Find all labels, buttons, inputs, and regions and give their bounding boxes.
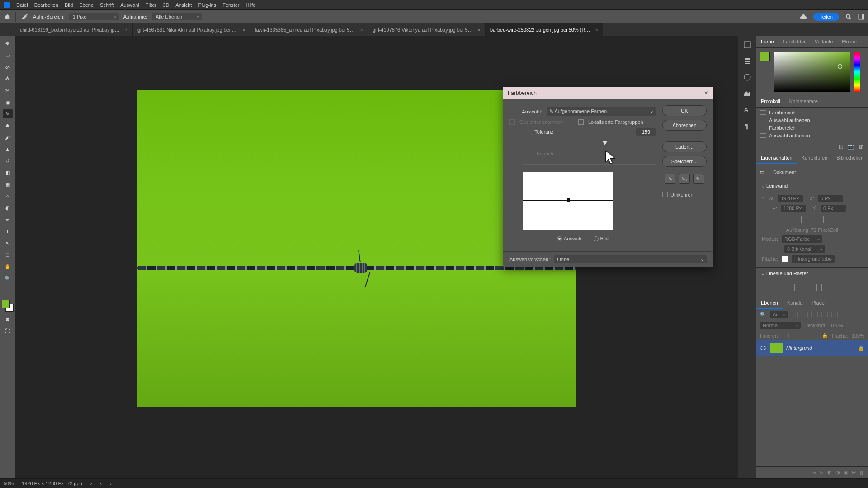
eyedropper-icon[interactable]: ✎: [665, 174, 675, 184]
blur-tool-icon[interactable]: ○: [3, 192, 13, 201]
filter-pixel-icon[interactable]: [792, 312, 798, 317]
tab-history[interactable]: Protokoll: [756, 96, 785, 107]
lock-artboard-icon[interactable]: [812, 333, 818, 338]
blend-mode-dropdown[interactable]: Normal: [760, 322, 801, 329]
radio-image[interactable]: Bild: [594, 236, 609, 241]
close-icon[interactable]: ×: [243, 27, 245, 33]
layer-name[interactable]: Hintergrund: [786, 345, 854, 351]
radio-selection[interactable]: Auswahl: [557, 236, 583, 241]
move-tool-icon[interactable]: ✥: [3, 39, 13, 48]
mask-mode-icon[interactable]: ◙: [3, 314, 13, 324]
filter-smart-icon[interactable]: [831, 312, 838, 317]
link-icon[interactable]: 𝄌: [762, 196, 764, 202]
history-item[interactable]: Farbbereich: [759, 125, 865, 131]
document-tab[interactable]: girl-4197876 Viktoriya auf Pixabay.jpg b…: [368, 23, 486, 36]
menu-item[interactable]: 3D: [163, 2, 169, 8]
document-tab[interactable]: child-613199_bottomlayerz0 auf Pixabay.j…: [15, 23, 133, 36]
fx-icon[interactable]: fx: [820, 470, 824, 475]
sample-layers-dropdown[interactable]: Alle Ebenen: [152, 13, 202, 20]
brush-tool-icon[interactable]: 🖌: [3, 133, 13, 142]
wand-tool-icon[interactable]: ⁂: [3, 74, 13, 83]
layer-thumbnail[interactable]: [770, 343, 783, 353]
close-icon[interactable]: ✕: [704, 90, 708, 96]
localized-checkbox[interactable]: [578, 119, 584, 125]
dialog-titlebar[interactable]: Farbbereich ✕: [503, 87, 713, 99]
preview-dropdown[interactable]: Ohne: [554, 255, 707, 263]
search-icon[interactable]: [845, 14, 852, 20]
menu-item[interactable]: Auswahl: [120, 2, 139, 8]
panel-icon[interactable]: [743, 73, 751, 81]
status-arrow-right-icon[interactable]: ›: [110, 481, 112, 486]
fill-value[interactable]: 100%: [852, 333, 864, 338]
home-icon[interactable]: [4, 14, 11, 20]
menu-item[interactable]: Bearbeiten: [34, 2, 58, 8]
tab-adjustments[interactable]: Korrekturen: [797, 152, 832, 164]
fill-swatch[interactable]: [782, 256, 788, 262]
eyedropper-icon[interactable]: [20, 13, 28, 21]
menu-item[interactable]: Plug-ins: [198, 2, 216, 8]
status-arrow-left-icon[interactable]: ‹: [100, 481, 102, 486]
workspace-icon[interactable]: [858, 14, 864, 20]
color-mode-dropdown[interactable]: RGB-Farbe: [782, 235, 822, 243]
layer-filter-dropdown[interactable]: Art: [770, 311, 788, 318]
cancel-button[interactable]: Abbrechen: [662, 120, 707, 131]
tab-properties[interactable]: Eigenschaften: [756, 152, 797, 164]
new-snapshot-icon[interactable]: ◫: [839, 144, 843, 150]
trash-icon[interactable]: 🗑: [859, 470, 864, 475]
filter-type-icon[interactable]: [811, 312, 818, 317]
new-layer-icon[interactable]: ⊞: [852, 469, 856, 475]
tab-comments[interactable]: Kommentare: [785, 96, 822, 107]
hue-slider[interactable]: [854, 52, 860, 92]
adjustment-icon[interactable]: ◑: [835, 469, 840, 475]
crop-tool-icon[interactable]: ✂: [3, 86, 13, 95]
tab-libraries[interactable]: Bibliotheken: [832, 152, 868, 164]
eyedropper-tool-icon[interactable]: ✎: [3, 109, 13, 118]
link-layers-icon[interactable]: ∞: [813, 470, 816, 475]
close-icon[interactable]: ×: [595, 27, 598, 33]
close-icon[interactable]: ×: [360, 27, 363, 33]
menu-item[interactable]: Ansicht: [175, 2, 192, 8]
menu-item[interactable]: Schrift: [100, 2, 114, 8]
gradient-tool-icon[interactable]: ▦: [3, 180, 13, 189]
search-icon[interactable]: 🔍: [760, 312, 766, 318]
type-tool-icon[interactable]: T: [3, 227, 13, 236]
color-swatches[interactable]: [2, 300, 14, 312]
menu-item[interactable]: Datei: [16, 2, 28, 8]
history-brush-icon[interactable]: ↺: [3, 156, 13, 165]
load-button[interactable]: Laden...: [662, 141, 707, 152]
panel-icon[interactable]: ¶: [743, 122, 751, 130]
zoom-level[interactable]: 50%: [4, 481, 14, 486]
lasso-tool-icon[interactable]: ᔕ: [3, 62, 13, 71]
section-rulers[interactable]: Lineale und Raster: [756, 268, 868, 279]
menu-item[interactable]: Bild: [65, 2, 73, 8]
filter-shape-icon[interactable]: [821, 312, 828, 317]
section-canvas[interactable]: Leinwand: [756, 180, 868, 192]
panel-icon[interactable]: [743, 41, 751, 49]
status-chevron-icon[interactable]: ›: [90, 481, 92, 486]
menu-item[interactable]: Filter: [146, 2, 156, 8]
tab-color[interactable]: Farbe: [756, 36, 778, 47]
tab-swatches[interactable]: Farbfelder: [778, 36, 810, 47]
history-item[interactable]: Farbbereich: [759, 109, 865, 116]
select-dropdown[interactable]: ✎ Aufgenommene Farben: [547, 107, 656, 116]
close-icon[interactable]: ×: [125, 27, 128, 33]
tab-layers[interactable]: Ebenen: [756, 297, 783, 309]
document-tab[interactable]: lawn-1335365_annca auf Pixabay.jpg bei 5…: [250, 23, 368, 36]
frame-tool-icon[interactable]: ▣: [3, 98, 13, 107]
height-input[interactable]: 1280 Px: [781, 205, 806, 212]
close-icon[interactable]: ×: [478, 27, 481, 33]
eyedropper-minus-icon[interactable]: ✎₋: [693, 174, 704, 184]
tolerance-slider[interactable]: [523, 141, 656, 147]
opacity-value[interactable]: 100%: [830, 323, 843, 328]
ok-button[interactable]: OK: [662, 105, 707, 116]
shape-tool-icon[interactable]: □: [3, 250, 13, 259]
x-input[interactable]: 0 Px: [818, 195, 843, 202]
saturation-field[interactable]: [774, 52, 850, 92]
orient-landscape-icon[interactable]: [815, 216, 824, 223]
stamp-tool-icon[interactable]: ▲: [3, 145, 13, 154]
eyedropper-plus-icon[interactable]: ✎₊: [679, 174, 690, 184]
document-tab[interactable]: gift-4567561 Nika Akin auf Pixabay.jpg b…: [133, 23, 250, 36]
visibility-icon[interactable]: [760, 346, 766, 350]
bit-depth-dropdown[interactable]: 8 Bit/Kanal: [784, 245, 825, 253]
save-button[interactable]: Speichern...: [662, 156, 707, 167]
